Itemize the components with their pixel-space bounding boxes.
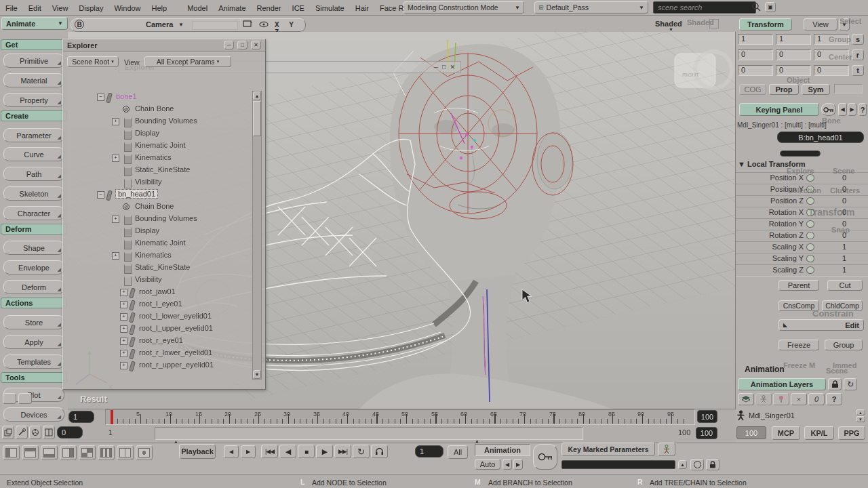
auto-key-button[interactable]: Auto: [475, 459, 500, 470]
playhead[interactable]: [111, 410, 113, 424]
sidebar-item-devices[interactable]: Devices◢: [3, 407, 64, 422]
tree-label[interactable]: Kinematics: [135, 153, 172, 161]
layer-help-button[interactable]: ?: [826, 393, 842, 405]
new-layer-button[interactable]: [738, 393, 754, 405]
edit-menu-button[interactable]: ◣ Edit: [778, 319, 864, 331]
tree-label[interactable]: root_r_lower_eyelid01: [139, 348, 212, 357]
tree-label[interactable]: Visibility: [135, 178, 162, 186]
split-view-button[interactable]: [43, 426, 55, 439]
explorer-window[interactable]: Explorer ─ □ ✕ Scene Root▾ View All Exce…: [62, 39, 266, 390]
sidebar-item-deform[interactable]: Deform◢: [3, 280, 64, 294]
sidebar-item-skeleton[interactable]: Skeleton◢: [3, 186, 64, 201]
layout-preset-button[interactable]: [79, 445, 96, 460]
layer-figure-button[interactable]: [755, 393, 772, 405]
param-anim-toggle[interactable]: [806, 197, 814, 205]
parent-button[interactable]: Parent: [778, 280, 819, 291]
current-frame-field[interactable]: 1: [415, 445, 443, 458]
end-frame-field[interactable]: 100: [697, 410, 717, 423]
param-anim-toggle[interactable]: [806, 243, 814, 251]
menu-window[interactable]: Window: [108, 2, 146, 14]
tree-row[interactable]: ØChain Bone: [63, 201, 246, 213]
marked-params-field[interactable]: B:bn_head01: [777, 131, 864, 143]
sidebar-item-material[interactable]: Material◢: [3, 73, 64, 87]
expand-icon[interactable]: +: [112, 216, 119, 223]
tree-row[interactable]: Static_KineState: [63, 164, 246, 176]
minimize-button[interactable]: ─: [224, 41, 234, 49]
tree-row[interactable]: +Kinematics: [63, 249, 246, 262]
play-backwards-button[interactable]: ◀: [279, 445, 296, 458]
sidebar-item-primitive[interactable]: Primitive◢: [3, 54, 64, 68]
layout-preset-button[interactable]: [3, 445, 20, 460]
layout-preset-button[interactable]: [117, 445, 134, 460]
playback-rate-field[interactable]: 100: [736, 426, 766, 439]
tree-label[interactable]: bone1: [116, 92, 137, 100]
current-model-name[interactable]: Mdl_Singer01: [749, 411, 795, 420]
expand-icon[interactable]: +: [112, 252, 119, 260]
translate-mode-button[interactable]: t: [852, 65, 864, 76]
scale-y-field[interactable]: 1: [776, 34, 811, 45]
tree-label[interactable]: root_l_eye01: [139, 300, 182, 308]
tree-row[interactable]: +Bounding Volumes: [63, 115, 246, 127]
rotate-y-field[interactable]: 0: [776, 49, 811, 60]
translate-y-field[interactable]: 0: [776, 65, 811, 76]
sidebar-item-character[interactable]: Character◢: [3, 206, 64, 220]
tree-row[interactable]: Kinematic Joint: [63, 237, 246, 249]
tree-label[interactable]: root_l_lower_eyelid01: [139, 312, 212, 320]
tree-row[interactable]: −bone1: [63, 91, 246, 103]
scrollbar-thumb[interactable]: [253, 101, 261, 136]
param-anim-toggle[interactable]: [806, 232, 814, 239]
tree-row[interactable]: +root_jaw01: [63, 286, 246, 298]
toolbar-mode-dropdown[interactable]: Animate ▼: [1, 17, 68, 30]
construction-mode-dropdown[interactable]: Modeling Construction Mode ▼: [403, 1, 524, 14]
cnscomp-button[interactable]: CnsComp: [778, 300, 819, 311]
key-button[interactable]: [821, 103, 836, 116]
explorer-scope-dropdown[interactable]: Scene Root▾: [67, 56, 119, 67]
close-button[interactable]: ✕: [251, 41, 261, 49]
explorer-filter-dropdown[interactable]: All Except Params▾: [144, 56, 231, 67]
tool-wrench-button[interactable]: [16, 426, 28, 439]
layer-pin-button[interactable]: [773, 393, 789, 405]
menu-edit[interactable]: Edit: [23, 2, 47, 14]
kpl-button[interactable]: KP/L: [804, 426, 834, 440]
set-key-button[interactable]: [533, 444, 557, 470]
rotate-mode-button[interactable]: r: [852, 49, 864, 60]
param-anim-toggle[interactable]: [806, 266, 814, 274]
range-end-field[interactable]: 100: [696, 427, 717, 439]
mcp-button[interactable]: MCP: [772, 426, 800, 440]
menu-render[interactable]: Render: [252, 2, 287, 14]
menu-simulate[interactable]: Simulate: [310, 2, 350, 14]
scale-mode-button[interactable]: s: [852, 34, 864, 45]
play-button[interactable]: ▶: [316, 445, 333, 458]
param-anim-toggle[interactable]: [806, 255, 814, 262]
group-button[interactable]: Group: [825, 340, 863, 350]
menu-hair[interactable]: Hair: [350, 2, 374, 14]
panel-view-dropdown[interactable]: View: [804, 18, 837, 30]
param-anim-toggle[interactable]: [806, 220, 814, 228]
tree-row[interactable]: Static_KineState: [63, 262, 246, 274]
expand-icon[interactable]: +: [120, 338, 127, 345]
tree-label[interactable]: Chain Bone: [135, 104, 174, 113]
corner-tool-button[interactable]: [18, 393, 32, 404]
menu-file[interactable]: File: [0, 2, 23, 14]
scroll-up-button[interactable]: ▲: [253, 92, 261, 100]
tree-row[interactable]: +root_l_eye01: [63, 298, 246, 310]
sidebar-item-store[interactable]: Store◢: [3, 315, 64, 329]
viewport-camera-dropdown[interactable]: Camera: [146, 20, 173, 28]
menu-help[interactable]: Help: [146, 2, 173, 14]
next-arrow-button[interactable]: ▶: [513, 459, 523, 470]
monitor-icon[interactable]: [242, 20, 253, 32]
keying-help-button[interactable]: ?: [859, 103, 867, 116]
current-model-row[interactable]: Mdl_Singer01: [736, 410, 795, 421]
tree-row[interactable]: ØChain Bone: [63, 103, 246, 115]
tree-label[interactable]: Display: [135, 129, 159, 137]
search-options-button[interactable]: ▣: [765, 2, 776, 12]
menu-display[interactable]: Display: [73, 2, 108, 14]
maximize-button[interactable]: □: [237, 41, 248, 49]
expand-icon[interactable]: +: [120, 289, 127, 296]
ppg-button[interactable]: PPG: [838, 426, 865, 440]
search-icon[interactable]: [751, 2, 762, 15]
timeline-ruler[interactable]: 5 10 15 20 25 30 35 40 45 50 55 60 65 70…: [105, 409, 695, 425]
tree-label[interactable]: Kinematic Joint: [135, 239, 186, 247]
freeze-button[interactable]: Freeze: [778, 340, 819, 350]
cut-button[interactable]: Cut: [827, 280, 863, 291]
